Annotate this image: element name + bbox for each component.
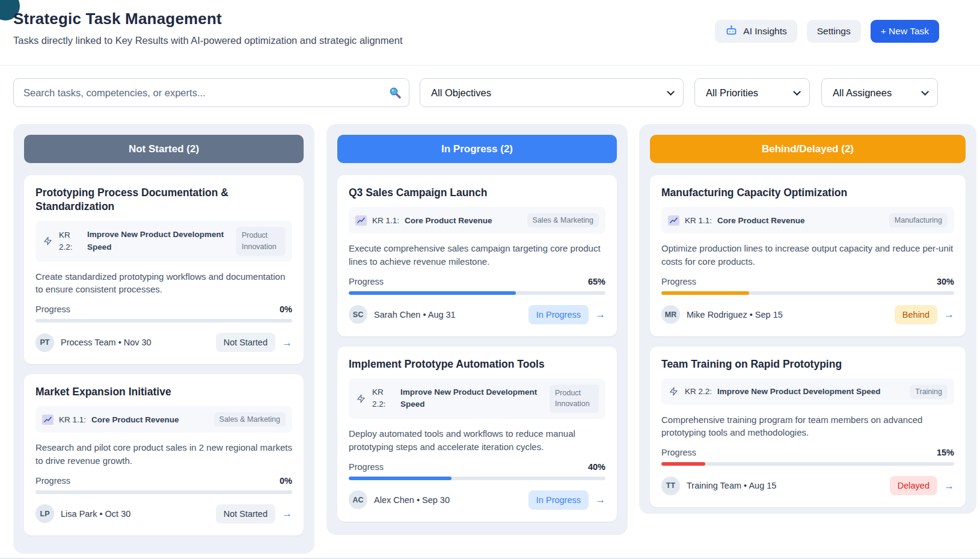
progress-bar	[35, 490, 292, 494]
progress-bar	[661, 462, 954, 466]
column-behind-delayed: Behind/Delayed (2) Manufacturing Capacit…	[639, 124, 976, 514]
assignee-meta: Lisa Park • Oct 30	[61, 509, 130, 519]
task-description: Deploy automated tools and workflows to …	[349, 427, 605, 454]
advance-arrow-icon[interactable]: →	[944, 309, 954, 320]
trend-chart-icon	[668, 215, 679, 226]
status-badge[interactable]: In Progress	[528, 490, 589, 510]
settings-label: Settings	[817, 26, 851, 37]
kr-link[interactable]: KR 1.1: Core Product Revenue Manufacturi…	[661, 207, 954, 233]
chevron-down-icon	[921, 88, 929, 96]
lightning-icon	[355, 394, 367, 404]
task-card[interactable]: Market Expansion Initiative KR 1.1: Core…	[24, 374, 304, 536]
kr-category-tag: Sales & Marketing	[214, 412, 286, 427]
assignee-meta: Mike Rodriguez • Sep 15	[687, 310, 783, 320]
kr-name: Core Product Revenue	[405, 216, 492, 225]
kr-link[interactable]: KR 2.2: Improve New Product Development …	[349, 378, 605, 419]
avatar: LP	[35, 504, 54, 523]
progress-bar	[349, 291, 605, 295]
advance-arrow-icon[interactable]: →	[595, 495, 605, 505]
kr-link[interactable]: KR 1.1: Core Product Revenue Sales & Mar…	[35, 406, 292, 433]
task-description: Execute comprehensive sales campaign tar…	[349, 242, 605, 268]
kr-link[interactable]: KR 2.2: Improve New Product Development …	[661, 378, 954, 405]
magnifier-icon[interactable]	[388, 86, 402, 99]
column-header-not-started: Not Started (2)	[24, 135, 304, 163]
search-input[interactable]	[13, 78, 409, 107]
progress-label: Progress	[35, 476, 70, 486]
assignee-meta: Process Team • Nov 30	[61, 338, 152, 347]
kr-category-tag: Product Innovation	[236, 227, 286, 256]
advance-arrow-icon[interactable]: →	[944, 481, 954, 491]
kr-name: Core Product Revenue	[717, 216, 805, 225]
progress-percent: 0%	[280, 304, 292, 314]
kr-link[interactable]: KR 1.1: Core Product Revenue Sales & Mar…	[349, 207, 605, 233]
status-badge[interactable]: Not Started	[216, 333, 275, 352]
avatar: MR	[661, 305, 680, 324]
page-subtitle: Tasks directly linked to Key Results wit…	[13, 35, 402, 46]
assignee-meta: Alex Chen • Sep 30	[374, 495, 450, 505]
assignee-meta: Training Team • Aug 15	[687, 481, 776, 490]
status-badge[interactable]: Not Started	[216, 504, 275, 523]
task-title: Manufacturing Capacity Optimization	[661, 186, 954, 200]
column-not-started: Not Started (2) Prototyping Process Docu…	[13, 124, 314, 554]
assignees-filter-select[interactable]: All Assignees	[821, 78, 938, 107]
settings-button[interactable]: Settings	[807, 20, 861, 43]
chevron-down-icon	[667, 88, 675, 96]
task-title: Market Expansion Initiative	[35, 385, 292, 399]
ai-insights-button[interactable]: AI Insights	[715, 20, 797, 43]
kr-code: KR 1.1:	[372, 216, 399, 225]
progress-label: Progress	[661, 448, 696, 457]
task-title: Implement Prototype Automation Tools	[349, 357, 605, 371]
header-divider	[0, 65, 980, 66]
avatar: SC	[349, 305, 367, 324]
kr-code: KR 1.1:	[685, 216, 712, 225]
progress-percent: 30%	[937, 277, 954, 286]
kr-name: Improve New Product Development Speed	[397, 386, 544, 412]
new-task-label: + New Task	[881, 26, 929, 37]
task-card[interactable]: Prototyping Process Documentation & Stan…	[24, 175, 304, 364]
status-badge[interactable]: Behind	[895, 305, 937, 324]
column-header-behind-delayed: Behind/Delayed (2)	[650, 135, 966, 163]
avatar: AC	[349, 490, 367, 509]
kr-code: KR 2.2:	[59, 229, 78, 254]
search-container	[13, 78, 409, 107]
progress-bar-fill	[349, 477, 452, 480]
kr-category-tag: Sales & Marketing	[527, 213, 599, 227]
progress-bar-fill	[661, 462, 705, 466]
ai-insights-label: AI Insights	[743, 26, 786, 37]
lightning-icon	[42, 236, 54, 246]
progress-bar-fill	[661, 291, 749, 295]
progress-label: Progress	[35, 304, 70, 314]
progress-percent: 65%	[588, 277, 605, 286]
kr-code: KR 2.2:	[372, 386, 391, 411]
task-card[interactable]: Team Training on Rapid Prototyping KR 2.…	[650, 347, 966, 508]
chevron-down-icon	[793, 88, 801, 96]
advance-arrow-icon[interactable]: →	[282, 508, 292, 519]
kr-category-tag: Manufacturing	[889, 213, 948, 227]
progress-bar	[661, 291, 954, 295]
column-header-in-progress: In Progress (2)	[337, 135, 617, 163]
kr-category-tag: Product Innovation	[550, 385, 599, 413]
kr-link[interactable]: KR 2.2: Improve New Product Development …	[35, 221, 292, 262]
task-card[interactable]: Implement Prototype Automation Tools KR …	[337, 347, 617, 522]
priorities-filter-value: All Priorities	[706, 87, 758, 99]
objectives-filter-select[interactable]: All Objectives	[420, 78, 684, 107]
task-card[interactable]: Q3 Sales Campaign Launch KR 1.1: Core Pr…	[337, 175, 617, 336]
task-card[interactable]: Manufacturing Capacity Optimization KR 1…	[650, 175, 966, 336]
task-description: Optimize production lines to increase ou…	[661, 242, 954, 268]
task-title: Prototyping Process Documentation & Stan…	[35, 186, 292, 214]
new-task-button[interactable]: + New Task	[871, 20, 939, 43]
advance-arrow-icon[interactable]: →	[595, 309, 605, 320]
robot-icon	[725, 24, 738, 39]
progress-percent: 15%	[937, 448, 954, 457]
progress-label: Progress	[349, 462, 384, 472]
page-header: Strategic Task Management Tasks directly…	[13, 10, 402, 46]
progress-bar	[349, 477, 605, 480]
status-badge[interactable]: In Progress	[528, 305, 589, 324]
kr-name: Core Product Revenue	[91, 415, 179, 424]
progress-label: Progress	[349, 277, 384, 286]
task-title: Team Training on Rapid Prototyping	[661, 357, 954, 371]
priorities-filter-select[interactable]: All Priorities	[694, 78, 810, 107]
status-badge[interactable]: Delayed	[890, 476, 937, 495]
advance-arrow-icon[interactable]: →	[282, 338, 292, 348]
task-description: Research and pilot core product sales in…	[35, 441, 292, 468]
